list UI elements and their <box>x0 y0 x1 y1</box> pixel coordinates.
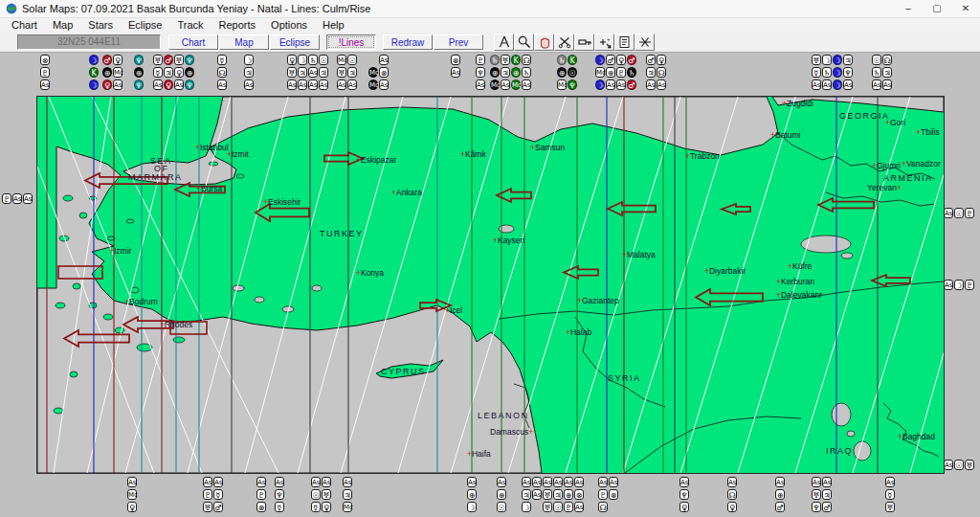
astro-glyph-box: ♅ <box>287 67 297 78</box>
window-title: Solar Maps: 07.09.2021 Basak Burcunda Ye… <box>22 3 894 14</box>
astro-glyph-box: As <box>609 477 618 487</box>
city-label: +Diyarbakir <box>704 266 746 276</box>
close-button[interactable]: ✕ <box>951 0 980 17</box>
island <box>173 337 185 343</box>
astro-glyph-box: ♆ <box>476 67 485 78</box>
astro-glyph-dot: ♀ <box>102 79 112 90</box>
city-label: +Haifa <box>467 449 491 459</box>
astro-glyph-box: ♅ <box>543 489 552 500</box>
astro-glyph-box: As <box>347 79 357 90</box>
astro-glyph-box: As <box>574 502 584 512</box>
astro-glyph-dot: ♆ <box>185 55 194 65</box>
astro-glyph-box: ♀ <box>113 55 122 65</box>
astro-glyph-dot: ♂ <box>627 55 636 65</box>
astro-glyph-box: ☿ <box>153 67 163 78</box>
menu-reports[interactable]: Reports <box>212 18 264 33</box>
locate-tool[interactable]: + <box>594 34 614 51</box>
title-bar: Solar Maps: 07.09.2021 Basak Burcunda Ye… <box>0 0 980 18</box>
astro-glyph-box: ☊ <box>882 55 892 65</box>
astro-glyph-box: ☽ <box>244 55 254 65</box>
astro-glyph-box: ♅ <box>812 55 821 65</box>
city-label: +Vanadzor <box>902 159 941 169</box>
report-tool[interactable] <box>614 34 635 51</box>
astro-glyph-box: ♄ <box>522 67 531 78</box>
astro-glyph-dot: ☽ <box>833 55 842 65</box>
astro-glyph-box: ☽ <box>298 55 307 65</box>
astro-glyph-box: ♆ <box>679 489 689 500</box>
city-label: +Eskipazar <box>356 155 396 165</box>
astro-glyph-box: As <box>657 79 666 90</box>
astro-glyph-dot: ♆ <box>185 79 194 90</box>
maximize-button[interactable]: ▢ <box>923 0 951 17</box>
astro-glyph-box: As <box>322 477 331 487</box>
compass-tool[interactable] <box>494 34 514 51</box>
astro-glyph-dot: K <box>511 55 521 65</box>
astro-glyph-box: Mc <box>595 67 605 78</box>
astro-glyph-box: As <box>308 67 318 78</box>
toolbar-button-chart[interactable]: Chart <box>168 34 218 50</box>
city-label: +Bursa <box>196 184 222 193</box>
menu-chart[interactable]: Chart <box>4 18 45 33</box>
astro-glyph-dot: ⊕ <box>511 67 521 78</box>
astro-glyph-box: ♀ <box>727 502 737 512</box>
lake <box>312 285 322 291</box>
minimize-button[interactable]: – <box>894 0 923 17</box>
astro-glyph-box: ♇ <box>2 193 11 204</box>
astro-glyph-box: ♅ <box>543 502 552 512</box>
astro-glyph-box: ☉ <box>319 55 328 65</box>
zoom-tool[interactable] <box>514 34 534 51</box>
region-label: SYRIA <box>608 373 641 383</box>
city-label: +Halab <box>566 327 591 337</box>
toolbar-button-eclipse[interactable]: Eclipse <box>270 34 320 50</box>
cut-tool[interactable] <box>635 34 655 51</box>
astro-glyph-box: ♇ <box>40 67 50 78</box>
astro-glyph-box: ☿ <box>217 55 227 65</box>
astro-glyph-box: ♇ <box>598 489 608 500</box>
key-tool[interactable] <box>574 34 594 51</box>
astro-glyph-box: ⊕ <box>467 489 477 500</box>
astro-glyph-dot: ♆ <box>134 55 144 65</box>
city-label: +Samsun <box>530 143 565 152</box>
toolbar-button-map[interactable]: Map <box>219 34 269 50</box>
astro-glyph-dot: ⊕ <box>134 67 144 78</box>
lake <box>832 403 851 426</box>
astro-glyph-box: ☽ <box>467 502 477 512</box>
toolbar-button-redraw[interactable]: Redraw <box>383 34 433 50</box>
lake <box>255 297 264 303</box>
pan-tool[interactable] <box>534 34 554 51</box>
menu-map[interactable]: Map <box>45 18 80 33</box>
menu-help[interactable]: Help <box>315 18 352 33</box>
key-tool-icon <box>577 34 592 50</box>
lake <box>854 441 871 461</box>
city-label: +Kâmk <box>460 149 486 159</box>
astro-glyph-box: ♅ <box>812 489 821 500</box>
menu-stars[interactable]: Stars <box>80 18 121 33</box>
astro-glyph-box: As <box>944 208 953 218</box>
astro-glyph-box: ♃ <box>553 489 563 500</box>
toolbar-button-prev[interactable]: Prev <box>434 34 483 50</box>
city-label: +Baghdad <box>898 432 935 441</box>
astro-glyph-box: As <box>311 477 321 487</box>
toolbar-button-lines[interactable]: !Lines <box>326 34 376 50</box>
astro-glyph-box: ⊗ <box>256 502 266 512</box>
menu-track[interactable]: Track <box>169 18 211 33</box>
compass-tool-icon <box>497 34 512 50</box>
astro-glyph-box: ⊕ <box>497 489 506 500</box>
menu-eclipse[interactable]: Eclipse <box>121 18 169 33</box>
astro-map[interactable]: +Istanbul+Izmit+Bursa+Eskipazar+Eskisehi… <box>36 96 945 474</box>
astro-glyph-box: As <box>40 79 50 90</box>
astro-glyph-box: ♂ <box>822 502 832 512</box>
scissors-tool[interactable] <box>554 34 574 51</box>
astro-glyph-box: As <box>679 477 689 487</box>
astro-glyph-box: ☿ <box>213 489 223 500</box>
menu-options[interactable]: Options <box>263 18 315 33</box>
astro-glyph-dot: ♆ <box>568 79 577 90</box>
astro-glyph-box: ♄ <box>872 67 881 78</box>
astro-glyph-box: ♃ <box>244 67 254 78</box>
astro-glyph-box: ♀ <box>127 502 137 512</box>
astro-glyph-box: ☊ <box>217 67 227 78</box>
astro-glyph-box: ♅ <box>203 502 212 512</box>
astro-glyph-box: As <box>564 477 573 487</box>
astro-glyph-box: ♇ <box>564 502 573 512</box>
astro-glyph-box: ☉ <box>954 460 964 470</box>
